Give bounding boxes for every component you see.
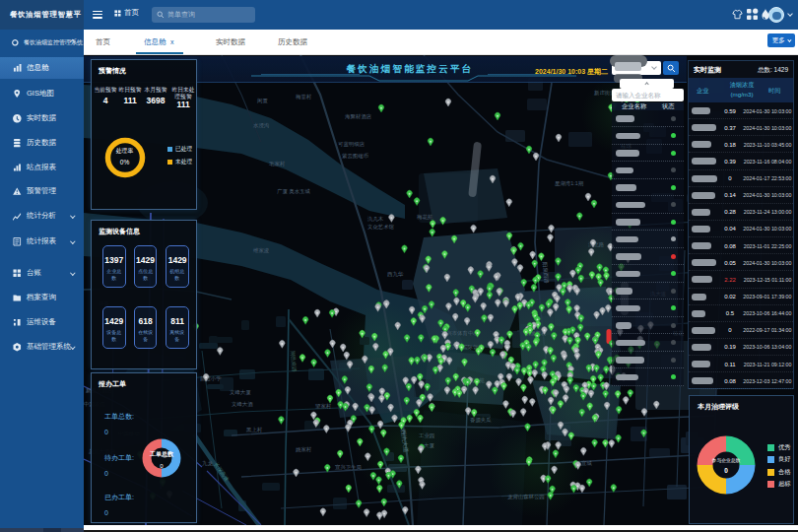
svg-text:文化艺术馆: 文化艺术馆 — [367, 224, 395, 231]
svg-text:可蓝明细店: 可蓝明细店 — [338, 141, 366, 148]
svg-text:黑上村: 黑上村 — [246, 427, 263, 433]
svg-text:梅堂村: 梅堂村 — [295, 94, 312, 100]
svg-text:维家浚: 维家浚 — [253, 247, 270, 253]
svg-text:闲置: 闲置 — [257, 98, 268, 104]
svg-text:文峰大厦: 文峰大厦 — [230, 389, 251, 396]
svg-text:西九华: 西九华 — [387, 271, 404, 278]
svg-text:水浸沟: 水浸沟 — [253, 122, 269, 129]
svg-text:海聚材酒店: 海聚材酒店 — [345, 113, 372, 120]
svg-text:星湖湾1:1期: 星湖湾1:1期 — [555, 180, 584, 187]
svg-text:梅花苑: 梅花苑 — [416, 214, 433, 221]
svg-text:望家村: 望家村 — [315, 403, 332, 410]
svg-text:氿几木: 氿几木 — [367, 216, 384, 222]
svg-text:广厦 奥水玉城: 广厦 奥水玉城 — [277, 188, 310, 195]
svg-text:文峰大酒: 文峰大酒 — [232, 401, 253, 408]
svg-text:九龙: 九龙 — [202, 460, 213, 466]
svg-text:毛家村: 毛家村 — [269, 161, 286, 167]
svg-text:姚家村: 姚家村 — [296, 446, 312, 453]
svg-text:紫云图端币: 紫云图端币 — [342, 153, 369, 160]
